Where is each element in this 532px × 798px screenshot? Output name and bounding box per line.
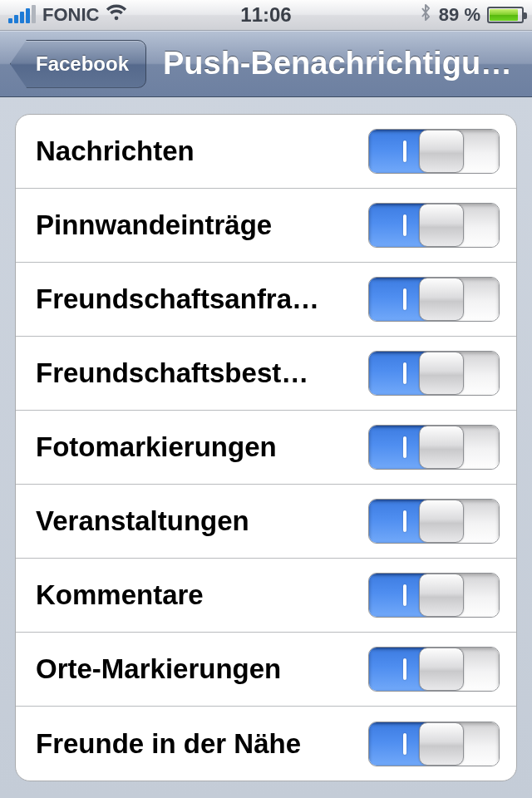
status-left: FONIC: [8, 3, 240, 27]
content-area: NachrichtenPinnwandeinträgeFreundschafts…: [0, 97, 532, 798]
settings-row: Kommentare: [16, 559, 516, 633]
settings-group: NachrichtenPinnwandeinträgeFreundschafts…: [15, 114, 517, 781]
battery-fill: [490, 9, 518, 21]
toggle-switch[interactable]: [368, 499, 500, 544]
back-button-label: Facebook: [36, 52, 129, 76]
settings-row-label: Freundschaftsanfra…: [36, 283, 368, 315]
toggle-knob: [419, 352, 464, 395]
toggle-knob: [419, 722, 464, 766]
settings-row: Orte-Markierungen: [16, 633, 516, 707]
back-button[interactable]: Facebook: [10, 40, 146, 88]
toggle-switch[interactable]: [368, 573, 500, 618]
settings-row: Fotomarkierungen: [16, 411, 516, 485]
toggle-knob: [419, 500, 464, 543]
battery-percent: 89 %: [439, 4, 480, 26]
toggle-knob: [419, 426, 464, 469]
toggle-switch[interactable]: [368, 425, 500, 470]
carrier-label: FONIC: [42, 4, 99, 26]
toggle-knob: [419, 574, 464, 617]
navigation-bar: Facebook Push-Benachrichtigu…: [0, 31, 532, 97]
toggle-switch[interactable]: [368, 129, 500, 174]
signal-strength-icon: [8, 7, 36, 23]
settings-row: Freundschaftsanfra…: [16, 263, 516, 337]
bluetooth-icon: [419, 3, 432, 27]
toggle-switch[interactable]: [368, 277, 500, 322]
settings-row-label: Orte-Markierungen: [36, 653, 368, 685]
settings-row: Veranstaltungen: [16, 485, 516, 559]
settings-row-label: Freundschaftsbest…: [36, 357, 368, 389]
settings-row: Pinnwandeinträge: [16, 189, 516, 263]
settings-row-label: Veranstaltungen: [36, 505, 368, 537]
wifi-icon: [106, 3, 127, 27]
toggle-knob: [419, 204, 464, 247]
page-title: Push-Benachrichtigu…: [153, 46, 522, 81]
settings-row-label: Kommentare: [36, 579, 368, 611]
settings-row-label: Nachrichten: [36, 135, 368, 167]
settings-row-label: Pinnwandeinträge: [36, 209, 368, 241]
status-bar: FONIC 11:06 89 %: [0, 0, 532, 31]
toggle-knob: [419, 130, 464, 173]
settings-row: Nachrichten: [16, 115, 516, 189]
toggle-switch[interactable]: [368, 351, 500, 396]
settings-row-label: Freunde in der Nähe: [36, 728, 368, 760]
settings-row-label: Fotomarkierungen: [36, 431, 368, 463]
battery-icon: [487, 7, 524, 23]
toggle-knob: [419, 648, 464, 691]
toggle-switch[interactable]: [368, 647, 500, 692]
settings-row: Freundschaftsbest…: [16, 337, 516, 411]
settings-row: Freunde in der Nähe: [16, 707, 516, 781]
toggle-switch[interactable]: [368, 722, 500, 766]
status-right: 89 %: [292, 3, 524, 27]
toggle-knob: [419, 278, 464, 321]
clock: 11:06: [240, 3, 291, 27]
toggle-switch[interactable]: [368, 203, 500, 248]
